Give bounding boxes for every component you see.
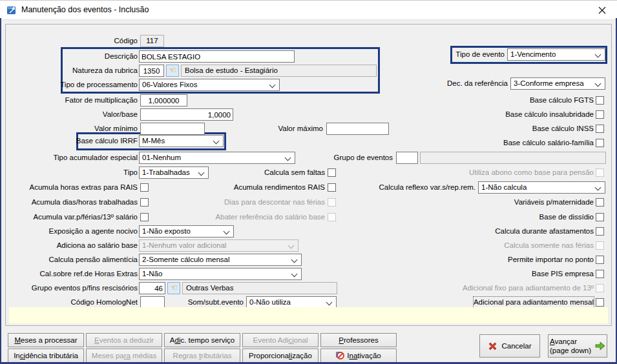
dialog-window: Manutenção dos eventos - Inclusão Código… (0, 0, 617, 364)
calcula-afastamentos-checkbox[interactable] (596, 227, 604, 236)
calcula-afastamentos-label: Calcula durante afastamentos (495, 225, 594, 238)
window-title: Manutenção dos eventos - Inclusão (21, 5, 149, 14)
green-arrow-icon (595, 341, 605, 350)
utiliza-abono-checkbox (596, 168, 604, 177)
acumula-dias-horas-checkbox[interactable] (140, 198, 149, 207)
acumula-var-ferias-label: Acumula var.p/férias/13º salário (34, 211, 138, 223)
utiliza-abono-label: Utiliza abono como base para pensão (469, 167, 594, 179)
valor-maximo-label: Valor máximo (278, 123, 323, 135)
dias-descontar-ferias-label: Dias para descontar nas férias (224, 196, 325, 208)
base-inss-label: Base cálculo INSS (532, 123, 594, 135)
permite-importar-checkbox[interactable] (596, 256, 604, 264)
app-icon (6, 5, 17, 15)
calcula-somente-ferias-label: Calcula somente nas férias (504, 239, 594, 252)
exposicao-select[interactable]: 1-Não exposto (139, 225, 234, 238)
red-x-icon (488, 341, 497, 351)
base-pis-checkbox[interactable] (596, 270, 604, 278)
valor-maximo-input[interactable] (326, 123, 389, 135)
valor-minimo-input[interactable] (140, 123, 205, 135)
base-inss-checkbox[interactable] (596, 125, 604, 133)
calcula-somente-ferias-checkbox (596, 241, 604, 250)
tipo-processamento-label: Tipo de processamento (60, 79, 138, 91)
natureza-rubrica-lookup-button[interactable]: ☜ (166, 65, 179, 77)
valor-base-input[interactable] (140, 108, 233, 121)
calcula-pensao-select[interactable]: 2-Somente cálculo mensal (139, 254, 302, 266)
calcula-reflexo-label: Calcula reflexo var.s/rep.rem. (379, 181, 476, 194)
base-pis-label: Base PIS empresa (532, 268, 594, 280)
cal-sobre-he-label: Cal.sobre ref.de Horas Extras (40, 268, 138, 280)
base-dissidio-label: Base de dissídio (539, 211, 594, 223)
evento-adicional-button: Evento Adicional (242, 333, 319, 347)
dec-referencia-label: Dec. da referência (447, 77, 508, 90)
grupo-eventos-code-input[interactable] (396, 152, 418, 164)
base-dissidio-checkbox[interactable] (596, 213, 604, 221)
base-insalubridade-label: Base cálculo insalubridade (505, 108, 594, 121)
acumula-rendimentos-rais-checkbox[interactable] (328, 183, 336, 192)
acumula-rendimentos-rais-label: Acumula rendimentos RAIS (234, 181, 325, 194)
dias-descontar-ferias-checkbox (328, 198, 336, 207)
adicional-fixo-13-checkbox (596, 284, 604, 292)
eventos-a-deduzir-button: Eventos a deduzir (86, 333, 162, 347)
base-salario-familia-checkbox[interactable] (596, 139, 604, 147)
base-fgts-checkbox[interactable] (596, 96, 604, 105)
grupo-rescisorios-label: Grupo eventos p/fins rescisórios (32, 282, 138, 294)
natureza-rubrica-code-input[interactable] (139, 65, 164, 77)
abater-referencia-label: Abater referência do salário base (216, 211, 325, 223)
base-fgts-label: Base cálculo FGTS (530, 94, 594, 106)
hand-lookup-icon: ☜ (169, 65, 176, 75)
grupo-eventos-label: Grupo de eventos (334, 152, 393, 164)
calcula-reflexo-select[interactable]: 1-Não calcula (478, 181, 605, 194)
fator-multiplicacao-label: Fator de multiplicação (65, 94, 138, 106)
natureza-rubrica-label: Natureza da rubrica (72, 65, 138, 77)
tipo-label: Tipo (123, 167, 138, 179)
abater-referencia-checkbox (328, 213, 336, 221)
calcula-sem-faltas-checkbox[interactable] (328, 168, 336, 177)
base-insalubridade-checkbox[interactable] (596, 110, 604, 119)
advance-button[interactable]: Avançar (page down) (548, 334, 607, 358)
adicional-mensal-checkbox[interactable] (596, 298, 604, 307)
acumula-var-ferias-checkbox[interactable] (140, 213, 149, 221)
tipo-acumulador-select[interactable]: 01-Nenhum (139, 152, 295, 164)
grupo-rescisorios-lookup-button[interactable]: ☜ (167, 282, 180, 294)
acumula-dias-horas-label: Acumula dias/horas trabalhadas (32, 196, 138, 208)
close-icon[interactable] (594, 4, 611, 17)
acumula-horas-extras-rais-checkbox[interactable] (140, 183, 149, 192)
professores-button[interactable]: Professores (320, 333, 397, 347)
hand-lookup-icon: ☜ (170, 283, 178, 292)
prohibition-icon (336, 351, 344, 359)
adicional-fixo-13-label: Adicional fixo para adiantamento de 13º (463, 282, 594, 294)
codigo-value: 117 (140, 35, 164, 47)
meses-para-medias-button: Meses para médias (86, 349, 162, 363)
fator-multiplicacao-input[interactable] (140, 94, 187, 106)
descricao-input[interactable] (139, 50, 295, 63)
tipo-processamento-select[interactable]: 06-Valores Fixos (139, 79, 280, 91)
valor-minimo-label: Valor mínimo (94, 123, 138, 135)
natureza-rubrica-description: Bolsa de estudo - Estagiário (181, 65, 377, 77)
calcula-pensao-label: Calcula pensão alimentícia (49, 254, 138, 266)
tipo-select[interactable]: 1-Trabalhadas (139, 167, 209, 179)
info-message-bar (9, 307, 608, 323)
base-irrf-select[interactable]: M-Mês (139, 135, 224, 147)
descricao-label: Descrição (105, 50, 138, 63)
calcula-sem-faltas-label: Calcula sem faltas (264, 167, 325, 179)
title-bar: Manutenção dos eventos - Inclusão (0, 0, 617, 20)
tipo-acumulador-label: Tipo acumulador especial (53, 152, 138, 164)
adicional-mensal-label: Adicional para adiantamento mensal (474, 297, 594, 308)
meses-a-processar-button[interactable]: Meses a processar (8, 333, 84, 347)
proporcionalizacao-button[interactable]: Proporcionalização (242, 349, 319, 363)
cal-sobre-he-select[interactable]: 1-Não (139, 268, 302, 280)
grupo-rescisorios-code-input[interactable] (139, 282, 165, 294)
cancel-button[interactable]: Cancelar (479, 334, 540, 358)
tipo-evento-select[interactable]: 1-Vencimento (507, 48, 605, 61)
cancel-button-label: Cancelar (501, 342, 531, 350)
exposicao-label: Exposição a agente nocivo (49, 225, 138, 238)
adic-tempo-servico-button[interactable]: Adic. tempo serviço (164, 333, 240, 347)
dec-referencia-select[interactable]: 3-Conforme empresa (510, 77, 605, 90)
base-salario-familia-label: Base cálculo salário-família (503, 137, 594, 149)
variaveis-maternidade-label: Variáveis p/maternidade (514, 196, 594, 208)
inativacao-button[interactable]: Inativação (320, 349, 397, 363)
incidencia-tributaria-button[interactable]: Incidência tributária (8, 349, 84, 363)
valor-base-label: Valor/base (103, 108, 138, 121)
variaveis-maternidade-checkbox[interactable] (596, 198, 604, 207)
tipo-evento-label: Tipo de evento (455, 48, 505, 61)
